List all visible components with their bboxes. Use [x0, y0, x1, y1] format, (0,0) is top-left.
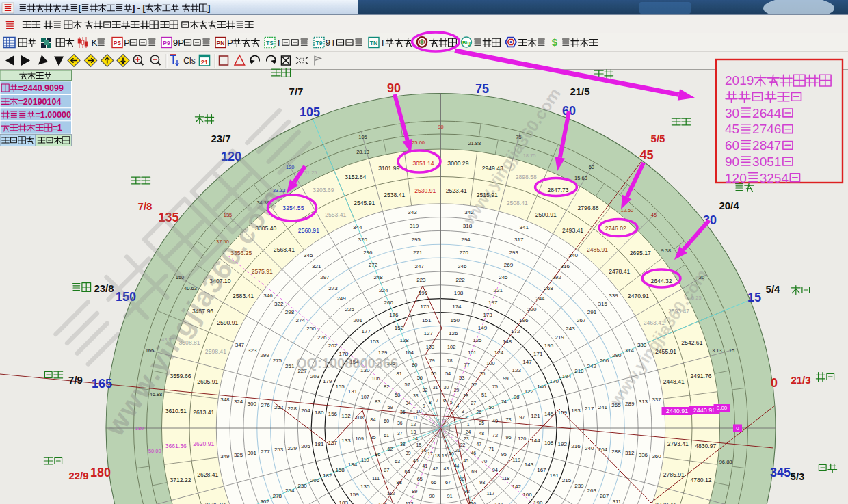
svg-text:PS: PS	[114, 40, 122, 47]
svg-text:9: 9	[423, 403, 425, 408]
svg-text:10: 10	[416, 409, 422, 414]
svg-text:34: 34	[406, 401, 411, 406]
svg-text:2793.41: 2793.41	[667, 440, 689, 447]
svg-text:20: 20	[449, 451, 454, 456]
svg-text:129: 129	[378, 349, 388, 356]
svg-text:Big: Big	[462, 40, 471, 46]
svg-text:2491.76: 2491.76	[690, 373, 711, 380]
svg-text:218: 218	[574, 368, 584, 374]
svg-text:86: 86	[375, 451, 380, 457]
svg-text:31.25: 31.25	[304, 170, 317, 176]
svg-text:3101.99: 3101.99	[378, 165, 399, 172]
svg-text:24: 24	[466, 429, 471, 434]
svg-text:117: 117	[487, 490, 495, 496]
svg-text:272: 272	[369, 262, 378, 268]
svg-text:321: 321	[312, 263, 321, 269]
svg-text:70: 70	[481, 458, 487, 464]
svg-text:246: 246	[458, 263, 467, 269]
svg-text:20/4: 20/4	[719, 200, 739, 211]
svg-text:200: 200	[384, 300, 394, 306]
svg-text:66: 66	[431, 479, 436, 486]
svg-text:3051.14: 3051.14	[413, 160, 434, 167]
svg-text:120: 120	[518, 436, 526, 442]
svg-text:73: 73	[505, 416, 511, 423]
svg-text:9T: 9T	[326, 38, 336, 48]
svg-text:30: 30	[444, 385, 449, 390]
svg-text:=1.00000: =1.00000	[36, 110, 72, 120]
svg-text:314: 314	[625, 347, 635, 354]
svg-text:116: 116	[468, 501, 476, 504]
svg-text:158: 158	[335, 467, 345, 473]
svg-text:9.38: 9.38	[661, 248, 672, 254]
svg-text:67: 67	[445, 479, 451, 486]
svg-text:111: 111	[372, 475, 380, 481]
svg-text:105: 105	[358, 134, 367, 140]
svg-text:42: 42	[433, 466, 438, 471]
svg-text:38: 38	[400, 442, 406, 447]
svg-text:175: 175	[420, 304, 429, 310]
svg-text:3661.36: 3661.36	[165, 442, 187, 449]
svg-text:21: 21	[455, 448, 460, 453]
svg-text:173: 173	[483, 312, 492, 318]
svg-text:133: 133	[341, 438, 351, 444]
svg-text:TS: TS	[266, 40, 274, 47]
svg-text:143: 143	[525, 462, 534, 468]
svg-text:29: 29	[454, 388, 460, 393]
svg-text:] - [: ] - [	[132, 3, 146, 13]
svg-text:2583.41: 2583.41	[233, 293, 254, 300]
svg-text:223: 223	[416, 277, 426, 283]
svg-text:62: 62	[387, 446, 393, 452]
svg-text:278: 278	[273, 493, 282, 499]
svg-text:94: 94	[492, 467, 498, 473]
svg-text:K: K	[92, 38, 98, 48]
svg-text:69: 69	[471, 468, 477, 475]
svg-text:T: T	[380, 38, 386, 48]
svg-text:2500.91: 2500.91	[535, 211, 557, 218]
svg-text:7/9: 7/9	[68, 374, 83, 386]
svg-text:98: 98	[514, 394, 519, 400]
svg-text:135: 135	[360, 483, 370, 490]
svg-text:]: ]	[207, 3, 210, 13]
svg-text:7: 7	[436, 398, 438, 403]
svg-text:58: 58	[395, 392, 400, 398]
svg-text:316: 316	[561, 263, 570, 269]
svg-text:250: 250	[306, 326, 316, 332]
svg-text:2523.41: 2523.41	[446, 187, 467, 194]
svg-text:277: 277	[261, 449, 270, 455]
svg-text:230: 230	[297, 483, 307, 489]
svg-text:291: 291	[587, 309, 597, 315]
svg-text:220: 220	[527, 306, 537, 313]
svg-text:64: 64	[405, 468, 410, 475]
svg-text:15: 15	[416, 442, 422, 447]
svg-text:288: 288	[611, 449, 621, 455]
svg-text:337: 337	[652, 397, 661, 403]
svg-text:23: 23	[464, 436, 469, 441]
svg-text:63: 63	[395, 458, 400, 464]
svg-text:197: 197	[488, 300, 498, 306]
svg-text:269: 269	[504, 262, 514, 268]
svg-text:345: 345	[770, 466, 791, 479]
svg-text:41: 41	[423, 464, 428, 468]
svg-text:13: 13	[411, 429, 416, 434]
svg-text:2847: 2847	[752, 138, 781, 152]
svg-text:26: 26	[476, 410, 481, 414]
svg-text:172: 172	[511, 328, 520, 334]
svg-text:4830.97: 4830.97	[695, 442, 716, 449]
svg-text:345: 345	[304, 252, 313, 258]
svg-text:192: 192	[558, 441, 568, 447]
svg-text:50.00: 50.00	[148, 448, 161, 454]
svg-text:9P: 9P	[173, 38, 185, 48]
svg-text:53: 53	[459, 375, 464, 381]
svg-text:51: 51	[481, 392, 487, 398]
svg-text:Cls: Cls	[183, 56, 195, 66]
svg-text:2785.91: 2785.91	[663, 471, 685, 478]
svg-text:81: 81	[397, 371, 402, 377]
svg-text:249: 249	[336, 295, 346, 302]
svg-text:2538.41: 2538.41	[384, 191, 405, 198]
svg-text:60: 60	[725, 138, 739, 152]
svg-text:28.13: 28.13	[356, 149, 369, 155]
svg-text:2530.91: 2530.91	[414, 187, 436, 194]
svg-text:31: 31	[433, 385, 438, 390]
svg-text:171: 171	[533, 351, 543, 357]
svg-text:18: 18	[434, 453, 440, 458]
